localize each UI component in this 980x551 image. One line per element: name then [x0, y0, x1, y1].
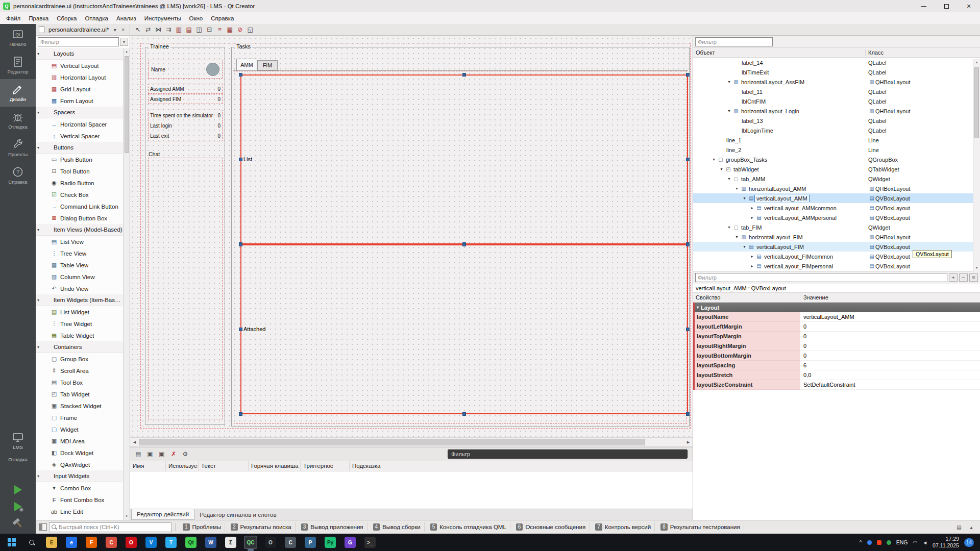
run-button[interactable] — [11, 484, 24, 496]
open-document-selector[interactable]: personalcardtrainee.ui* — [46, 26, 111, 34]
expand-arrow-icon[interactable]: ▸ — [749, 254, 755, 259]
scroll-up-icon[interactable]: ▴ — [126, 48, 128, 55]
build-button[interactable] — [11, 517, 24, 530]
add-dynamic-property-button[interactable]: + — [949, 273, 958, 282]
column-текст[interactable]: Текст — [199, 461, 249, 471]
document-close-icon[interactable]: × — [119, 27, 127, 33]
taskbar-app-word[interactable]: W — [204, 536, 217, 549]
widget-table-widget[interactable]: ▦ Table Widget — [36, 330, 123, 341]
object-line-1[interactable]: line_1 Line — [693, 135, 980, 145]
menu-справка[interactable]: Справка — [207, 14, 238, 23]
menu-сборка[interactable]: Сборка — [53, 14, 81, 23]
tab-amm[interactable]: AMM — [236, 59, 257, 70]
taskbar-app-chrome[interactable]: C — [105, 536, 118, 549]
column-class[interactable]: Класс — [866, 49, 980, 56]
widget-filter-input[interactable] — [38, 37, 119, 46]
output-pane-проблемы[interactable]: 1 Проблемы — [179, 522, 225, 532]
resize-handle[interactable] — [686, 243, 690, 246]
resize-handle[interactable] — [239, 158, 242, 161]
layout-horizontally-tool[interactable]: ▥ — [174, 24, 184, 35]
column-подсказка[interactable]: Подсказка — [350, 461, 693, 471]
tray-app-icon[interactable] — [877, 540, 881, 545]
object-verticallayout-amm[interactable]: ▾ ▤ verticalLayout_AMM ▤ QVBoxLayout — [693, 193, 980, 203]
locator-input[interactable] — [59, 524, 169, 530]
object-filter-input[interactable] — [695, 37, 773, 46]
field-last-login[interactable]: Last login 0 — [149, 120, 222, 131]
property-layoutleftmargin[interactable]: layoutLeftMargin 0 — [693, 322, 980, 332]
widget-horizontal-spacer[interactable]: ↔ Horizontal Spacer — [36, 118, 123, 130]
action-table-body[interactable] — [130, 471, 693, 509]
menu-правка[interactable]: Правка — [24, 14, 53, 23]
bluetooth-tray-icon[interactable] — [867, 540, 872, 545]
widget-horizontal-layout[interactable]: ▥ Horizontal Layout — [36, 71, 123, 83]
resize-handle[interactable] — [686, 412, 690, 416]
taskbar-app-telegram[interactable]: T — [164, 536, 178, 549]
scroll-down-icon[interactable]: ▾ — [126, 513, 128, 520]
widget-command-link-button[interactable]: → Command Link Button — [36, 201, 123, 212]
layout-section-header[interactable]: ▾ Layout — [693, 303, 980, 312]
antivirus-tray-icon[interactable] — [887, 540, 891, 545]
widget-combo-box[interactable]: ▾ Combo Box — [36, 482, 123, 494]
remove-dynamic-property-button[interactable]: − — [959, 273, 968, 282]
expand-arrow-icon[interactable]: ▾ — [726, 80, 732, 84]
layout-form-tool[interactable]: ≡ — [214, 24, 225, 35]
canvas-hscrollbar[interactable]: ◀ ▶ — [130, 437, 693, 447]
tab-fim[interactable]: FIM — [257, 60, 278, 70]
column-value[interactable]: Значение — [800, 294, 828, 300]
menu-файл[interactable]: Файл — [2, 14, 24, 23]
expand-arrow-icon[interactable]: ▸ — [749, 264, 755, 268]
expand-arrow-icon[interactable]: ▾ — [741, 244, 748, 249]
property-layoutrightmargin[interactable]: layoutRightMargin 0 — [693, 341, 980, 351]
column-используется[interactable]: Используется — [166, 461, 199, 471]
resize-handle[interactable] — [462, 243, 466, 246]
widget-undo-view[interactable]: ↶ Undo View — [36, 283, 123, 294]
maximize-button[interactable] — [935, 0, 958, 12]
maximize-output-button[interactable]: ▴ — [967, 523, 976, 531]
taskbar-app-firefox[interactable]: F — [85, 536, 98, 549]
object-horizontallayout-login[interactable]: ▾ ▥ horizontalLayout_Login ▥ QHBoxLayout — [693, 106, 980, 116]
mode-отладка[interactable]: Отладка — [0, 107, 36, 134]
layout-horizontal-splitter-tool[interactable]: ◫ — [194, 24, 204, 35]
widget-form-layout[interactable]: ▦ Form Layout — [36, 95, 123, 107]
resize-handle[interactable] — [239, 73, 242, 77]
widget-column-view[interactable]: ▥ Column View — [36, 271, 123, 283]
layout-grid-tool[interactable]: ▦ — [225, 24, 235, 35]
property-layoutspacing[interactable]: layoutSpacing 6 — [693, 361, 980, 370]
output-pane-консоль-отладчика-qml[interactable]: 5 Консоль отладчика QML — [427, 522, 510, 532]
widget-frame[interactable]: ▢ Frame — [36, 412, 123, 423]
break-layout-tool[interactable]: ⊘ — [235, 24, 245, 35]
widget-input-widgets[interactable]: ▾ Input Widgets — [36, 470, 123, 482]
expand-arrow-icon[interactable]: ▾ — [733, 186, 740, 191]
output-pane-вывод-сборки[interactable]: 4 Вывод сборки — [370, 522, 425, 532]
object-lbltimeexit[interactable]: lblTimeExit QLabel — [693, 67, 980, 77]
field-time-spent-on-the-simulator[interactable]: Time spent on the simulator 0 — [149, 110, 222, 120]
output-pane-результаты-тестирования[interactable]: 8 Результаты тестирования — [657, 522, 744, 532]
output-pane-основные-сообщения[interactable]: 6 Основные сообщения — [512, 522, 590, 532]
widget-check-box[interactable]: ☑ Check Box — [36, 189, 123, 201]
network-icon[interactable]: ◠ — [913, 540, 917, 545]
tray-expand-icon[interactable]: ^ — [860, 539, 862, 545]
resize-handle[interactable] — [686, 73, 690, 77]
widget-tree-widget[interactable]: ⋮ Tree Widget — [36, 318, 123, 330]
minimize-button[interactable] — [913, 0, 935, 12]
resize-handle[interactable] — [239, 412, 242, 416]
widget-grid-layout[interactable]: ▦ Grid Layout — [36, 83, 123, 95]
widget-radio-button[interactable]: ◉ Radio Button — [36, 177, 123, 189]
widget-containers[interactable]: ▾ Containers — [36, 341, 123, 353]
taskbar-app-qt-creator[interactable]: QC — [244, 536, 257, 549]
taskbar-app-sigma[interactable]: Σ — [224, 536, 237, 549]
menu-отладка[interactable]: Отладка — [81, 14, 112, 23]
mode-справка[interactable]: ? Справка — [0, 162, 36, 189]
object-verticallayout-fimpersonal[interactable]: ▸ ▤ verticalLayout_FIMpersonal ▤ QVBoxLa… — [693, 261, 980, 271]
tab-action-editor[interactable]: Редактор действий — [131, 509, 194, 520]
start-button[interactable] — [5, 536, 18, 549]
tab-signals-slots-editor[interactable]: Редактор сигналов и слотов — [194, 509, 281, 520]
widget-qaxwidget[interactable]: ◈ QAxWidget — [36, 459, 123, 470]
expand-arrow-icon[interactable]: ▸ — [749, 206, 755, 210]
column-горячая-клавиша[interactable]: Горячая клавиша — [249, 461, 301, 471]
taskbar-search-button[interactable] — [25, 536, 38, 549]
widget-list-view[interactable]: ▤ List View — [36, 236, 123, 247]
object-label-14[interactable]: label_14 QLabel — [693, 58, 980, 67]
object-label-11[interactable]: label_11 QLabel — [693, 87, 980, 96]
scroll-down-icon[interactable]: ▾ — [976, 264, 978, 271]
